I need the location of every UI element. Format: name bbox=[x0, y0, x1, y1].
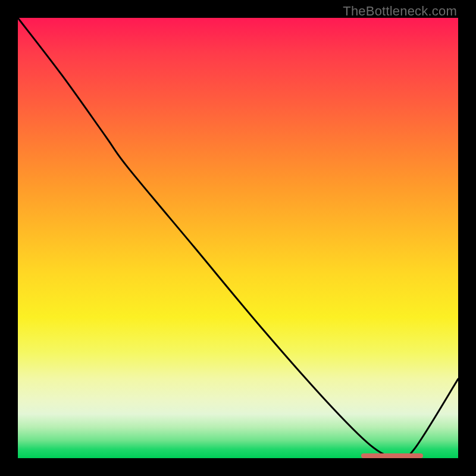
bottleneck-curve bbox=[18, 18, 458, 458]
attribution-text: TheBottleneck.com bbox=[343, 4, 457, 19]
chart-area bbox=[18, 18, 458, 458]
optimum-marker bbox=[361, 453, 423, 458]
